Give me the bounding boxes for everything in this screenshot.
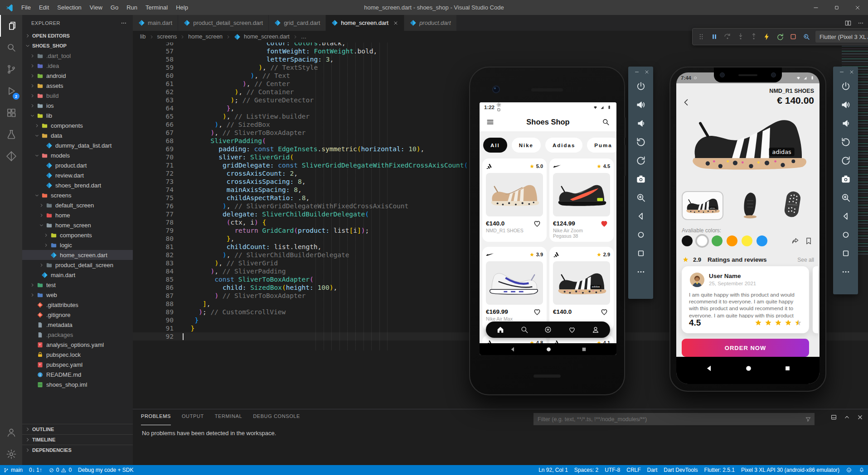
breadcrumb-item[interactable]: …	[301, 34, 307, 40]
status-main[interactable]: main	[0, 465, 26, 475]
status-spaces-2[interactable]: Spaces: 2	[571, 465, 601, 475]
heart-outline-icon[interactable]	[532, 218, 542, 228]
section-timeline[interactable]: TIMELINE	[22, 434, 133, 445]
product-card[interactable]: 3.9 €169.99Nike Air Max	[482, 247, 547, 330]
home-icon[interactable]	[496, 325, 505, 334]
status-ln-92-col-1[interactable]: Ln 92, Col 1	[535, 465, 571, 475]
thumbnail-front-view[interactable]	[737, 191, 763, 219]
emulator-back-icon[interactable]	[840, 211, 851, 221]
android-home-icon[interactable]	[545, 346, 552, 353]
menu-run[interactable]: Run	[122, 4, 141, 11]
tree-item-.gitignore[interactable]: .gitignore	[22, 310, 133, 320]
thumbnail-side-view[interactable]: adidas	[682, 191, 723, 220]
activity-explorer[interactable]	[0, 15, 22, 37]
panel-tab-terminal[interactable]: TERMINAL	[215, 413, 242, 425]
chip-all[interactable]: All	[483, 138, 507, 153]
search-icon[interactable]	[601, 118, 610, 126]
menu-selection[interactable]: Selection	[53, 4, 85, 11]
hot-reload-icon[interactable]	[763, 33, 771, 41]
panel-tab-problems[interactable]: PROBLEMS	[141, 413, 171, 425]
status-utf-8[interactable]: UTF-8	[601, 465, 623, 475]
emulator-rotate-right-icon[interactable]	[635, 155, 646, 166]
tree-item-product_detail_screen[interactable]: product_detail_screen	[22, 260, 133, 270]
status-dart[interactable]: Dart	[644, 465, 661, 475]
menu-help[interactable]: Help	[172, 4, 192, 11]
tree-item-.metadata[interactable]: .metadata	[22, 320, 133, 330]
tree-item-analysis_options.yaml[interactable]: analysis_options.yaml	[22, 340, 133, 350]
hot-restart-icon[interactable]	[776, 33, 784, 41]
panel-tab-output[interactable]: OUTPUT	[182, 413, 204, 425]
status-debug-my-code-sdk[interactable]: Debug my code + SDK	[75, 465, 136, 475]
chip-adidas[interactable]: Adidas	[545, 138, 582, 153]
color-dot-1[interactable]	[697, 235, 708, 246]
heart-filled-icon[interactable]	[599, 218, 609, 228]
tree-item-data[interactable]: data	[22, 130, 133, 140]
android-overview-icon[interactable]	[784, 365, 791, 372]
emulator-home-icon[interactable]	[840, 230, 851, 240]
tab-grid_card.dart[interactable]: grid_card.dart	[269, 15, 326, 31]
menu-go[interactable]: Go	[107, 4, 122, 11]
status-0-1-[interactable]: 0↓ 1↑	[26, 465, 45, 475]
editor-more-icon[interactable]	[857, 19, 864, 27]
color-dot-3[interactable]	[727, 235, 737, 246]
close-button[interactable]	[847, 0, 868, 15]
filter-icon[interactable]	[805, 416, 814, 422]
tree-item-.dart_tool[interactable]: .dart_tool	[22, 51, 133, 61]
panel-maximize-icon[interactable]	[844, 414, 850, 421]
profile-icon[interactable]	[591, 325, 600, 334]
breadcrumb-item[interactable]: home_screen	[188, 34, 223, 40]
tree-item-lib[interactable]: lib	[22, 110, 133, 120]
step-out-icon[interactable]	[750, 33, 758, 41]
emulator-volume-down-icon[interactable]	[840, 118, 851, 129]
tab-main.dart[interactable]: main.dart	[133, 15, 178, 31]
tree-item-dummy_data_list.dart[interactable]: dummy_data_list.dart	[22, 140, 133, 150]
activity-run-debug[interactable]: 2	[0, 80, 22, 102]
add-icon[interactable]	[543, 325, 553, 334]
status-pixel-3-xl-api-30-android-x86-emulator-[interactable]: Pixel 3 XL API 30 (android-x86 emulator)	[738, 465, 843, 475]
color-dot-2[interactable]	[712, 235, 723, 246]
minimize-button[interactable]	[805, 0, 826, 15]
product-card[interactable]: 5.0 €140.0NMD_R1 SHOES	[482, 158, 547, 242]
color-dot-5[interactable]	[756, 235, 767, 246]
chip-nike[interactable]: Nike	[512, 138, 541, 153]
panel-close-icon[interactable]	[857, 414, 863, 421]
emulator-rotate-left-icon[interactable]	[840, 137, 851, 147]
tree-item-pubspec.lock[interactable]: pubspec.lock	[22, 350, 133, 360]
notifications-icon[interactable]	[855, 465, 868, 475]
tree-item-ios[interactable]: ios	[22, 101, 133, 110]
tree-item-build[interactable]: build	[22, 91, 133, 101]
activity-settings[interactable]	[0, 443, 22, 465]
emulator-camera-icon[interactable]	[840, 174, 851, 184]
chip-puma[interactable]: Puma	[587, 138, 616, 153]
project-section[interactable]: SHOES_SHOP	[22, 41, 133, 51]
product-card[interactable]: 4.5 €124.99Nike Air Zoom Pegasus 38	[549, 158, 614, 242]
color-dot-0[interactable]	[682, 235, 693, 246]
share-icon[interactable]	[790, 236, 800, 245]
breadcrumb-item[interactable]: home_screen.dart	[244, 34, 290, 40]
inspector-icon[interactable]	[802, 33, 810, 41]
emulator-more-icon[interactable]	[635, 267, 646, 277]
emulator-volume-up-icon[interactable]	[840, 100, 851, 110]
menu-view[interactable]: View	[86, 4, 107, 11]
emulator-back-icon[interactable]	[635, 211, 646, 221]
tree-item-.packages[interactable]: .packages	[22, 330, 133, 340]
sidebar-more-icon[interactable]	[120, 19, 127, 27]
split-editor-icon[interactable]	[844, 19, 852, 27]
tree-item-components[interactable]: components	[22, 230, 133, 240]
emulator-zoom-in-icon[interactable]	[840, 192, 851, 203]
see-all-link[interactable]: See all	[797, 257, 814, 263]
activity-source-control[interactable]	[0, 58, 22, 80]
section-outline[interactable]: OUTLINE	[22, 424, 133, 434]
gripper-icon[interactable]	[697, 33, 705, 41]
product-card[interactable]: 2.9 adidas€140.0	[549, 247, 614, 330]
panel-layout-icon[interactable]	[830, 414, 837, 421]
tab-product_detail_screen.dart[interactable]: product_detail_screen.dart	[178, 15, 269, 31]
menu-terminal[interactable]: Terminal	[141, 4, 172, 11]
android-back-icon[interactable]	[509, 346, 516, 353]
emulator-rotate-left-icon[interactable]	[635, 137, 646, 147]
open-editors-section[interactable]: OPEN EDITORS	[22, 31, 133, 41]
activity-accounts[interactable]	[0, 422, 22, 443]
stop-icon[interactable]	[789, 33, 797, 41]
step-over-icon[interactable]	[723, 33, 732, 41]
tree-item-shoes_shop.iml[interactable]: shoes_shop.iml	[22, 379, 133, 389]
